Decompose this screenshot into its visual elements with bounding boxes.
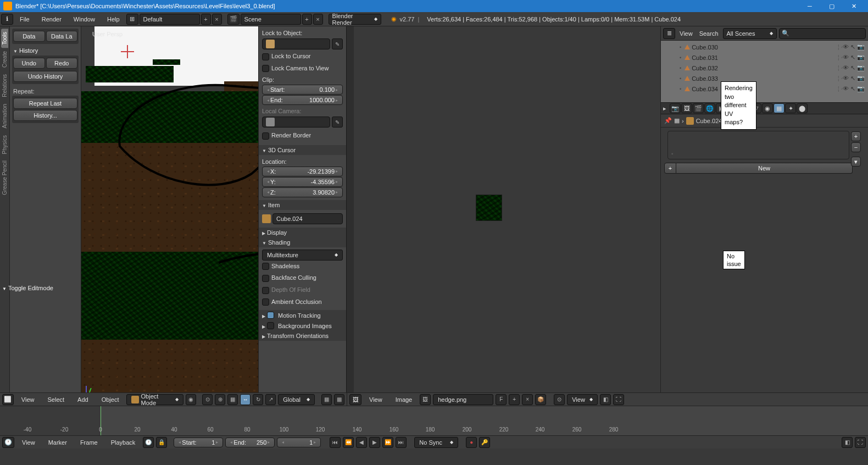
timeline-canvas[interactable]: -40-200204060801001201401601802002202402… xyxy=(0,406,868,436)
outliner-search-field[interactable]: 🔍 xyxy=(779,28,866,39)
screen-layout-icon[interactable]: ⊞ xyxy=(126,14,138,25)
tl-lock-icon[interactable]: 🔒 xyxy=(156,437,167,448)
dof-checkbox[interactable] xyxy=(262,287,269,294)
img-view-menu[interactable]: View xyxy=(364,394,388,405)
slot-menu-button[interactable]: ▾ xyxy=(851,157,861,167)
play-reverse-button[interactable]: ◀ xyxy=(356,437,367,448)
clip-end-field[interactable]: ◂End:1000.000▸ xyxy=(262,95,343,105)
layers-button[interactable]: ▦ xyxy=(321,394,332,405)
outliner-editor-icon[interactable]: ≣ xyxy=(663,28,675,39)
local-camera-field[interactable] xyxy=(262,117,330,128)
redo-button[interactable]: Redo xyxy=(46,58,78,69)
tab-particles[interactable]: ✦ xyxy=(785,103,796,113)
undo-button[interactable]: Undo xyxy=(13,58,45,69)
item-name-field[interactable]: Cube.024 xyxy=(272,213,343,224)
transform-orient-header[interactable]: Transform Orientations xyxy=(259,331,346,341)
tab-texture[interactable]: ▦ xyxy=(774,103,784,113)
texture-slot-list[interactable]: ◦ + − ▾ xyxy=(667,131,849,159)
img-unlink-button[interactable]: × xyxy=(522,394,533,405)
vp-add-menu[interactable]: Add xyxy=(72,394,94,405)
shading-sphere-icon[interactable]: ◉ xyxy=(186,394,196,405)
undo-history-button[interactable]: Undo History xyxy=(13,71,77,82)
img-image-menu[interactable]: Image xyxy=(390,394,418,405)
pivot-icon[interactable]: ⊙ xyxy=(202,394,213,405)
editor-type-icon[interactable]: ℹ xyxy=(1,14,13,25)
ao-checkbox[interactable] xyxy=(262,298,269,306)
tl-range-icon[interactable]: 🕐 xyxy=(143,437,154,448)
outliner-search-menu[interactable]: Search xyxy=(697,30,721,37)
cursor-y-field[interactable]: ◂Y:-4.35596▸ xyxy=(262,177,343,187)
datala-tab[interactable]: Data La xyxy=(46,31,78,42)
tl-opt2-icon[interactable]: ⛶ xyxy=(855,437,866,448)
shading-mode-dropdown[interactable]: Multitexture◆ xyxy=(262,250,343,261)
img-add-button[interactable]: + xyxy=(509,394,520,405)
keying-set-icon[interactable]: 🔑 xyxy=(479,437,490,448)
orientation-dropdown[interactable]: Global◆ xyxy=(278,394,315,405)
view3d-editor-icon[interactable]: ⬜ xyxy=(2,394,14,405)
display-panel-header[interactable]: Display xyxy=(259,228,346,237)
bgimg-checkbox[interactable] xyxy=(267,322,274,329)
jump-end-button[interactable]: ⏭ xyxy=(396,437,407,448)
tab-render[interactable]: 📷 xyxy=(670,103,681,113)
img-pack-button[interactable]: 📦 xyxy=(535,394,546,405)
lock-cursor-checkbox[interactable] xyxy=(262,53,269,60)
mode-dropdown[interactable]: Object Mode◆ xyxy=(126,394,183,405)
image-browse-icon[interactable]: 🖼 xyxy=(420,394,431,405)
menu-help[interactable]: Help xyxy=(102,14,125,25)
maximize-button[interactable]: ▢ xyxy=(821,0,843,12)
tl-opt1-icon[interactable]: ◧ xyxy=(842,437,853,448)
shading-panel-header[interactable]: Shading xyxy=(259,237,346,247)
outliner-view-menu[interactable]: View xyxy=(677,30,695,37)
tooltab-tools[interactable]: Tools xyxy=(1,29,8,48)
motion-checkbox[interactable] xyxy=(267,312,274,319)
scene-icon[interactable]: 🎬 xyxy=(227,14,240,25)
tab-material[interactable]: ◉ xyxy=(762,103,773,113)
lock-object-field[interactable] xyxy=(262,38,330,49)
tooltab-relations[interactable]: Relations xyxy=(1,71,8,101)
tab-physics[interactable]: ⬤ xyxy=(797,103,808,113)
tooltab-greasepencil[interactable]: Grease Pencil xyxy=(1,157,8,198)
bgimg-panel-header[interactable]: Background Images xyxy=(259,320,346,331)
tooltab-create[interactable]: Create xyxy=(1,48,8,71)
render-engine-dropdown[interactable]: Blender Render◆ xyxy=(329,14,381,25)
layers-icon[interactable]: ▦ xyxy=(227,394,238,405)
pin-icon[interactable]: 📌 xyxy=(664,117,672,124)
cursor-x-field[interactable]: ◂X:-29.21399▸ xyxy=(262,167,343,176)
backface-checkbox[interactable] xyxy=(262,275,269,282)
vp-select-menu[interactable]: Select xyxy=(42,394,70,405)
close-button[interactable]: ✕ xyxy=(843,0,865,12)
end-frame-field[interactable]: ◂End:250▸ xyxy=(225,438,275,447)
new-texture-button[interactable]: + New xyxy=(664,163,853,174)
props-editor-icon[interactable]: ▸ xyxy=(663,105,666,112)
tab-world[interactable]: 🌐 xyxy=(704,103,715,113)
image-name-field[interactable]: hedge.png xyxy=(433,394,493,405)
outliner-list[interactable]: •Cube.030¦ ◦👁↖📷 •Cube.031¦ ◦👁↖📷 •Cube.03… xyxy=(661,41,868,102)
layers-button-2[interactable]: ▦ xyxy=(334,394,344,405)
manipulator-toggle[interactable]: ⊕ xyxy=(215,394,225,405)
sync-dropdown[interactable]: No Sync◆ xyxy=(414,437,458,448)
history-button[interactable]: History... xyxy=(13,110,77,121)
slot-add-button[interactable]: + xyxy=(851,131,861,141)
img-editor-icon[interactable]: 🖼 xyxy=(349,394,361,405)
img-expand-icon[interactable]: ⛶ xyxy=(613,394,624,405)
vp-view-menu[interactable]: View xyxy=(16,394,40,405)
img-view-dropdown[interactable]: View◆ xyxy=(567,394,598,405)
tab-render-layers[interactable]: 🖼 xyxy=(681,103,692,113)
prev-key-button[interactable]: ⏪ xyxy=(343,437,354,448)
tl-frame-menu[interactable]: Frame xyxy=(75,437,103,448)
tl-playback-menu[interactable]: Playback xyxy=(105,437,141,448)
shadeless-checkbox[interactable] xyxy=(262,263,269,270)
menu-file[interactable]: File xyxy=(14,14,35,25)
tooltab-physics[interactable]: Physics xyxy=(1,132,8,157)
layout-add-button[interactable]: + xyxy=(201,14,211,25)
data-tab[interactable]: Data xyxy=(13,31,45,42)
breadcrumb-object[interactable]: Cube.024 xyxy=(696,118,722,124)
eyedropper-button[interactable]: ✎ xyxy=(332,38,343,49)
uv-image-editor[interactable]: Rendering two different UV maps? No issu… xyxy=(354,26,660,406)
start-frame-field[interactable]: ◂Start:1▸ xyxy=(174,438,223,447)
cursor3d-panel-header[interactable]: 3D Cursor xyxy=(259,145,346,155)
viewport-3d[interactable]: User Persp (1) Cube.024 xyxy=(81,26,258,406)
vp-object-menu[interactable]: Object xyxy=(96,394,125,405)
menu-render[interactable]: Render xyxy=(36,14,67,25)
tl-marker-menu[interactable]: Marker xyxy=(43,437,73,448)
